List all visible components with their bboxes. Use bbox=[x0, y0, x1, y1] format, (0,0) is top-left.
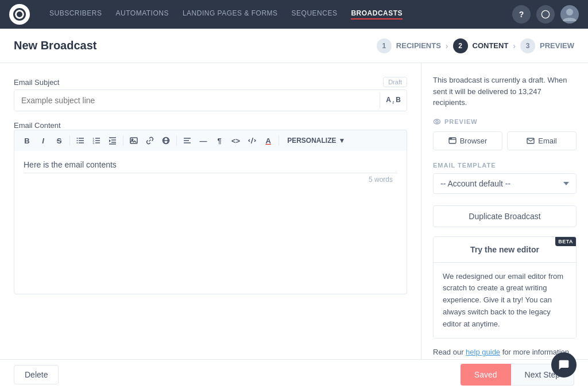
chat-bubble-button[interactable] bbox=[551, 352, 577, 378]
browser-preview-button[interactable]: Browser bbox=[433, 131, 502, 150]
bold-button[interactable]: B bbox=[20, 134, 34, 147]
step-1-num: 1 bbox=[377, 38, 392, 53]
left-panel: Email Subject Draft A / B Email Content … bbox=[0, 63, 421, 359]
paragraph-button[interactable]: ¶ bbox=[212, 134, 226, 147]
image-button[interactable] bbox=[127, 134, 141, 147]
footer: Delete Saved Next Step bbox=[0, 359, 588, 389]
italic-button[interactable]: I bbox=[36, 134, 50, 147]
preview-section-label: PREVIEW bbox=[433, 118, 577, 126]
personalize-label: PERSONALIZE bbox=[287, 137, 336, 145]
svg-line-25 bbox=[252, 138, 253, 143]
help-button[interactable]: ? bbox=[512, 5, 531, 24]
nav-links: SUBSCRIBERS AUTOMATIONS LANDING PAGES & … bbox=[44, 6, 498, 23]
template-select[interactable]: -- Account default -- bbox=[433, 173, 577, 194]
step-preview[interactable]: 3 PREVIEW bbox=[520, 38, 574, 53]
template-label: EMAIL TEMPLATE bbox=[433, 162, 577, 169]
nav-landing-pages[interactable]: LANDING PAGES & FORMS bbox=[177, 6, 284, 23]
code-button[interactable]: <> bbox=[229, 134, 243, 147]
indent-button[interactable] bbox=[106, 134, 119, 147]
step-2-label: CONTENT bbox=[473, 41, 509, 50]
nav-sequences[interactable]: SEQUENCES bbox=[286, 6, 343, 23]
step-1-label: RECIPIENTS bbox=[396, 41, 441, 50]
toolbar-divider-4 bbox=[278, 135, 279, 146]
nav-automations[interactable]: AUTOMATIONS bbox=[110, 6, 175, 23]
personalize-chevron: ▼ bbox=[339, 137, 346, 145]
svg-point-7 bbox=[77, 142, 78, 143]
right-panel: This broadcast is currently a draft. Whe… bbox=[421, 63, 588, 359]
beta-badge: BETA bbox=[555, 237, 576, 246]
editor-content: Here is the email contents bbox=[24, 160, 397, 169]
nav-right: ? bbox=[512, 5, 579, 24]
subject-input-row: A / B bbox=[14, 90, 407, 111]
svg-point-26 bbox=[434, 119, 440, 124]
toolbar-divider-2 bbox=[123, 135, 123, 146]
svg-point-0 bbox=[541, 10, 549, 18]
chat-icon bbox=[558, 359, 570, 371]
editor-toolbar: B I S 1.2.3. bbox=[14, 130, 407, 151]
ordered-list-button[interactable]: 1.2.3. bbox=[90, 134, 103, 147]
eye-icon bbox=[433, 118, 441, 126]
step-chevron-2: › bbox=[513, 41, 516, 50]
delete-button[interactable]: Delete bbox=[14, 365, 59, 384]
new-editor-description: We redesigned our email editor from scra… bbox=[434, 263, 576, 339]
svg-point-31 bbox=[451, 138, 451, 139]
broadcast-info: This broadcast is currently a draft. Whe… bbox=[433, 75, 577, 108]
toolbar-divider-1 bbox=[69, 135, 70, 146]
ab-slash: / bbox=[393, 100, 394, 105]
toolbar-divider-3 bbox=[176, 135, 177, 146]
user-avatar[interactable] bbox=[560, 5, 579, 24]
step-2-num: 2 bbox=[453, 38, 468, 53]
step-chevron-1: › bbox=[446, 41, 448, 50]
word-count: 5 words bbox=[24, 173, 397, 186]
email-preview-button[interactable]: Email bbox=[507, 131, 577, 150]
draft-badge: Draft bbox=[383, 77, 407, 87]
step-3-label: PREVIEW bbox=[540, 41, 574, 50]
subject-row: Email Subject Draft bbox=[14, 77, 407, 87]
unordered-list-button[interactable] bbox=[74, 134, 87, 147]
preview-buttons: Browser Email bbox=[433, 131, 577, 150]
logo-icon bbox=[13, 8, 26, 21]
saved-button[interactable]: Saved bbox=[461, 364, 511, 386]
notification-button[interactable] bbox=[536, 5, 555, 24]
ab-label-b: B bbox=[396, 96, 401, 104]
browser-icon bbox=[448, 137, 457, 144]
navbar: SUBSCRIBERS AUTOMATIONS LANDING PAGES & … bbox=[0, 0, 588, 29]
subject-input[interactable] bbox=[14, 90, 380, 111]
new-editor-card: Try the new editor BETA We redesigned ou… bbox=[433, 236, 577, 339]
ab-label: A bbox=[386, 96, 390, 104]
url-button[interactable] bbox=[159, 134, 173, 147]
editor-area[interactable]: Here is the email contents 5 words bbox=[14, 151, 407, 294]
email-icon bbox=[527, 137, 535, 144]
ab-test-badge[interactable]: A / B bbox=[380, 92, 407, 108]
nav-subscribers[interactable]: SUBSCRIBERS bbox=[44, 6, 108, 23]
help-guide-link[interactable]: help guide bbox=[466, 348, 500, 356]
logo[interactable] bbox=[9, 4, 30, 25]
step-content[interactable]: 2 CONTENT bbox=[453, 38, 509, 53]
main-layout: Email Subject Draft A / B Email Content … bbox=[0, 63, 588, 359]
nav-broadcasts[interactable]: BROADCASTS bbox=[345, 6, 408, 23]
duplicate-broadcast-button[interactable]: Duplicate Broadcast bbox=[433, 205, 577, 227]
subject-label: Email Subject bbox=[14, 78, 378, 87]
steps-nav: 1 RECIPIENTS › 2 CONTENT › 3 PREVIEW bbox=[377, 38, 574, 53]
strikethrough-button[interactable]: S bbox=[52, 134, 66, 147]
svg-text:3.: 3. bbox=[93, 142, 95, 145]
hr-button[interactable]: — bbox=[196, 134, 210, 147]
svg-point-5 bbox=[77, 138, 78, 139]
step-3-num: 3 bbox=[520, 38, 535, 53]
step-recipients[interactable]: 1 RECIPIENTS bbox=[377, 38, 441, 53]
link-button[interactable] bbox=[143, 134, 157, 147]
svg-point-6 bbox=[77, 140, 78, 141]
new-editor-button[interactable]: Try the new editor BETA bbox=[434, 237, 576, 263]
align-button[interactable] bbox=[180, 134, 194, 147]
content-label: Email Content bbox=[14, 121, 61, 130]
svg-point-27 bbox=[436, 120, 438, 123]
personalize-button[interactable]: PERSONALIZE ▼ bbox=[283, 135, 350, 146]
page-title: New Broadcast bbox=[14, 39, 97, 52]
svg-point-1 bbox=[566, 9, 573, 15]
source-button[interactable] bbox=[245, 134, 259, 147]
page-header: New Broadcast 1 RECIPIENTS › 2 CONTENT ›… bbox=[0, 29, 588, 63]
svg-point-30 bbox=[450, 138, 450, 139]
text-color-button[interactable]: A bbox=[261, 134, 275, 147]
